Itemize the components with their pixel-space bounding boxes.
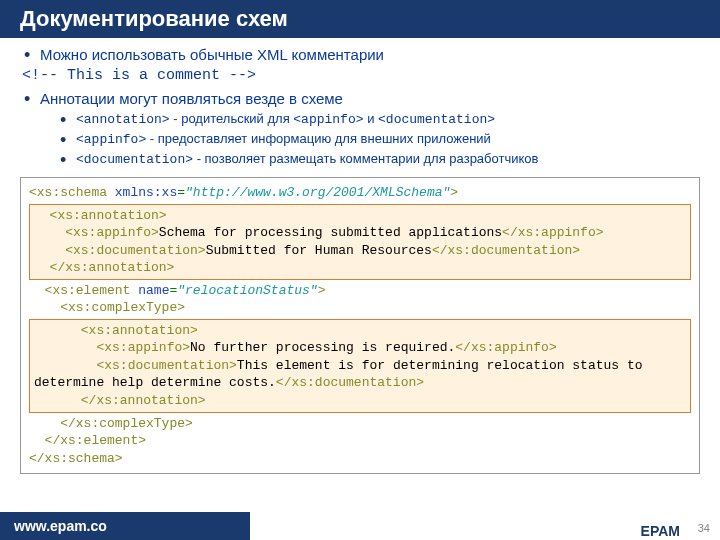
code-line: <xs:complexType>	[29, 299, 691, 317]
text: и	[364, 111, 379, 126]
text: - предоставляет информацию для внешних п…	[146, 131, 491, 146]
code-tag: <appinfo>	[76, 132, 146, 147]
text-content: No further processing is required.	[190, 340, 455, 355]
text: - позволяет размещать комментарии для ра…	[193, 151, 538, 166]
tag: </xs:appinfo>	[455, 340, 556, 355]
tag: <xs:appinfo>	[34, 225, 159, 240]
code-line: </xs:annotation>	[34, 259, 686, 277]
sub-bullet-annotation: <annotation> - родительский для <appinfo…	[58, 111, 698, 127]
footer-brand: EPAM	[641, 524, 680, 538]
text: - родительский для	[170, 111, 294, 126]
code-line: <xs:annotation>	[34, 207, 686, 225]
highlighted-annotation-2: <xs:annotation> <xs:appinfo>No further p…	[29, 319, 691, 413]
code-line: </xs:complexType>	[29, 415, 691, 433]
tag-open: <xs:schema	[29, 185, 107, 200]
attr-value: "http://www.w3.org/2001/XMLSchema"	[185, 185, 450, 200]
code-line: <xs:annotation>	[34, 322, 686, 340]
eq: =	[177, 185, 185, 200]
code-tag: <documentation>	[76, 152, 193, 167]
tag: </xs:appinfo>	[502, 225, 603, 240]
code-tag: <annotation>	[76, 112, 170, 127]
tag: <xs:documentation>	[34, 243, 206, 258]
text-content: Submitted for Human Resources	[206, 243, 432, 258]
footer: www.epam.co EPAM 34	[0, 512, 720, 540]
footer-url: www.epam.co	[0, 512, 250, 540]
highlighted-annotation-1: <xs:annotation> <xs:appinfo>Schema for p…	[29, 204, 691, 280]
attr-name: name	[130, 283, 169, 298]
page-number: 34	[698, 522, 710, 534]
code-line: </xs:element>	[29, 432, 691, 450]
code-tag: <appinfo>	[293, 112, 363, 127]
sub-bullet-documentation: <documentation> - позволяет размещать ко…	[58, 151, 698, 167]
tag: <xs:appinfo>	[34, 340, 190, 355]
code-tag: <documentation>	[378, 112, 495, 127]
tag-open: <xs:element	[29, 283, 130, 298]
attr-name: xmlns:xs	[107, 185, 177, 200]
tag: </xs:documentation>	[432, 243, 580, 258]
tag: <xs:documentation>	[34, 358, 237, 373]
slide-title: Документирование схем	[0, 0, 720, 38]
code-example: <xs:schema xmlns:xs="http://www.w3.org/2…	[20, 177, 700, 474]
code-line: </xs:schema>	[29, 450, 691, 468]
slide-body: Можно использовать обычные XML комментар…	[0, 38, 720, 167]
sub-bullet-appinfo: <appinfo> - предоставляет информацию для…	[58, 131, 698, 147]
tag-close: >	[318, 283, 326, 298]
bullet-1: Можно использовать обычные XML комментар…	[22, 46, 698, 63]
code-line: </xs:annotation>	[34, 392, 686, 410]
tag: </xs:documentation>	[276, 375, 424, 390]
text-content: Schema for processing submitted applicat…	[159, 225, 502, 240]
bullet-2: Аннотации могут появляться везде в схеме	[22, 90, 698, 107]
tag-close: >	[450, 185, 458, 200]
attr-value: "relocationStatus"	[177, 283, 317, 298]
xml-comment-example: <!-- This is a comment -->	[22, 67, 698, 84]
